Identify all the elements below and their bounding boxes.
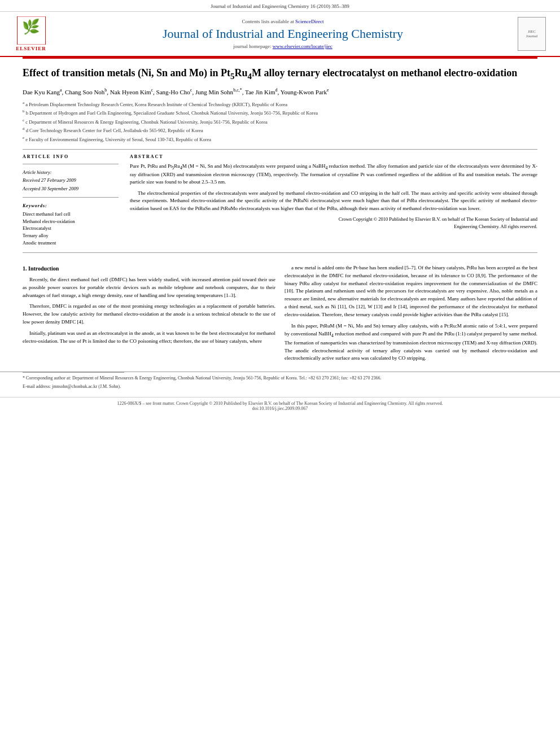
keyword-5: Anodic treatment [23, 239, 119, 247]
elsevier-logo: 🌿 ELSEVIER [11, 16, 51, 51]
intro-heading: 1. Introduction [23, 264, 275, 273]
article-info-col: ARTICLE INFO Article history: Received 2… [23, 154, 119, 247]
intro-para-1: Recently, the direct methanol fuel cell … [23, 276, 275, 300]
paper-title: Effect of transition metals (Ni, Sn and … [23, 67, 537, 82]
section-divider [23, 149, 537, 150]
journal-title-block: Contents lists available at ScienceDirec… [56, 19, 509, 49]
svg-text:🌿: 🌿 [22, 18, 40, 36]
intro-para-2: Therefore, DMFC is regarded as one of th… [23, 303, 275, 326]
abstract-para-1: Pure Pt, PtRu and Pt5Ru4M (M = Ni, Sn an… [130, 163, 537, 186]
affiliations: a a Petroleum Displacement Technology Re… [23, 100, 537, 143]
keywords-list: Direct methanol fuel cell Methanol elect… [23, 211, 119, 247]
email-footnote: E-mail address: jmnsohn@chonbuk.ac.kr (J… [23, 383, 537, 390]
article-history-label: Article history: [23, 169, 119, 176]
received-date: Received 27 February 2009 [23, 177, 119, 184]
accepted-date: Accepted 30 September 2009 [23, 185, 119, 193]
footnote-area: * Corresponding author at: Department of… [0, 372, 560, 390]
journal-header: 🌿 ELSEVIER Contents lists available at S… [0, 12, 560, 57]
paper-content: Effect of transition metals (Ni, Sn and … [0, 59, 560, 264]
article-info-label: ARTICLE INFO [23, 154, 119, 159]
journal-badge: JIECJournal [518, 17, 546, 51]
bottom-doi: doi:10.1016/j.jiec.2009.09.067 [23, 406, 537, 411]
keyword-1: Direct methanol fuel cell [23, 211, 119, 218]
abstract-text: Pure Pt, PtRu and Pt5Ru4M (M = Ni, Sn an… [130, 163, 537, 230]
right-para-1: a new metal is added onto the Pt-base ha… [285, 264, 537, 320]
body-left-col: 1. Introduction Recently, the direct met… [23, 264, 275, 366]
abstract-label: ABSTRACT [130, 154, 537, 159]
contents-line: Contents lists available at ScienceDirec… [56, 19, 509, 24]
elsevier-tree-icon: 🌿 [16, 16, 47, 45]
journal-url[interactable]: www.elsevier.com/locate/jiec [273, 43, 333, 49]
right-logo: JIECJournal [515, 17, 549, 51]
keyword-2: Methanol electro-oxidation [23, 218, 119, 225]
footnote-separator [23, 372, 124, 373]
abstract-col: ABSTRACT Pure Pt, PtRu and Pt5Ru4M (M = … [130, 154, 537, 247]
keyword-3: Electrocatalyst [23, 225, 119, 232]
intro-para-3: Initially, platinum was used as an elect… [23, 330, 275, 346]
main-body: 1. Introduction Recently, the direct met… [0, 264, 560, 366]
journal-reference: Journal of Industrial and Engineering Ch… [0, 0, 560, 12]
elsevier-brand-text: ELSEVIER [16, 46, 46, 51]
abstract-copyright: Crown Copyright © 2010 Published by Else… [130, 216, 537, 230]
journal-homepage: journal homepage: www.elsevier.com/locat… [56, 43, 509, 49]
body-divider [23, 252, 537, 253]
article-info-abstract: ARTICLE INFO Article history: Received 2… [23, 154, 537, 247]
corresponding-author: * Corresponding author at: Department of… [23, 375, 537, 382]
journal-name: Journal of Industrial and Engineering Ch… [56, 27, 509, 41]
bottom-bar: 1226-086X/$ – see front matter. Crown Co… [0, 397, 560, 414]
body-right-col: a new metal is added onto the Pt-base ha… [285, 264, 537, 366]
keyword-4: Ternary alloy [23, 232, 119, 239]
keywords-label: Keywords: [23, 203, 119, 208]
page: Journal of Industrial and Engineering Ch… [0, 0, 560, 747]
right-para-2: In this paper, PtRuM (M = Ni, Mo and Sn)… [285, 322, 537, 362]
sciencedirect-link[interactable]: ScienceDirect [295, 19, 323, 24]
abstract-para-2: The electrochemical properties of the el… [130, 190, 537, 213]
authors: Dae Kyu Kanga, Chang Soo Nohb, Nak Hyeon… [23, 88, 537, 95]
keywords-divider [23, 197, 119, 198]
bottom-issn: 1226-086X/$ – see front matter. Crown Co… [23, 401, 537, 406]
info-divider [23, 164, 119, 164]
